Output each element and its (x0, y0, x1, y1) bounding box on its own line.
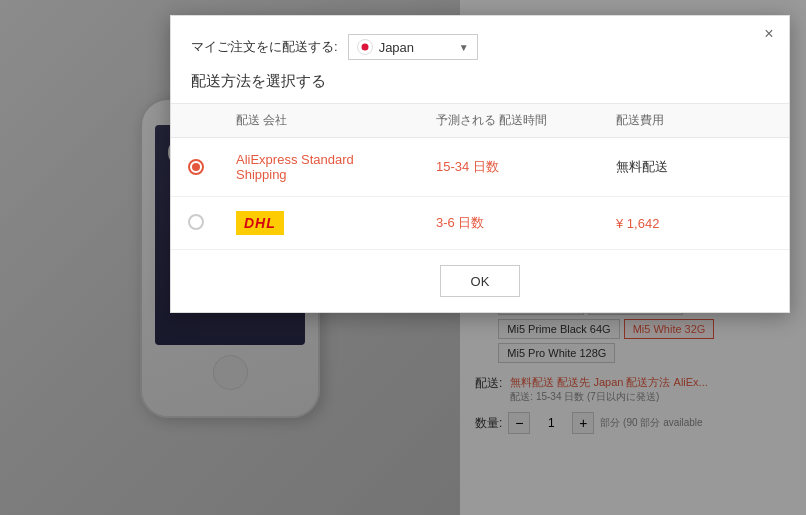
carrier-cell-aliexpress: AliExpress Standard Shipping (221, 138, 421, 197)
col-header-time: 予測される 配送時間 (421, 104, 601, 138)
cost-aliexpress: 無料配送 (616, 159, 668, 174)
delivery-time-aliexpress: 15-34 日数 (436, 159, 499, 174)
country-name: Japan (379, 40, 414, 55)
radio-dhl[interactable] (188, 214, 204, 230)
table-header-row: 配送 会社 予測される 配送時間 配送費用 (171, 104, 789, 138)
carrier-cell-dhl: DHL (221, 197, 421, 250)
radio-aliexpress[interactable] (188, 159, 204, 175)
radio-cell-dhl[interactable] (171, 197, 221, 250)
shipping-row-aliexpress: AliExpress Standard Shipping 15-34 日数 無料… (171, 138, 789, 197)
time-cell-dhl: 3-6 日数 (421, 197, 601, 250)
dialog-header-label: マイご注文をに配送する: (191, 38, 338, 56)
close-button[interactable]: × (759, 24, 779, 44)
country-selector[interactable]: Japan ▼ (348, 34, 478, 60)
shipping-dialog: × マイご注文をに配送する: Japan ▼ 配送方法を選択する 配送 会社 予… (170, 15, 790, 313)
radio-cell-aliexpress[interactable] (171, 138, 221, 197)
dhl-logo: DHL (236, 211, 284, 235)
col-header-cost: 配送費用 (601, 104, 789, 138)
dialog-footer: OK (171, 250, 789, 312)
shipping-row-dhl: DHL 3-6 日数 ¥ 1,642 (171, 197, 789, 250)
cost-cell-aliexpress: 無料配送 (601, 138, 789, 197)
shipping-table: 配送 会社 予測される 配送時間 配送費用 AliExpress Standar… (171, 103, 789, 250)
delivery-time-dhl: 3-6 日数 (436, 215, 484, 230)
japan-flag-icon (357, 39, 373, 55)
col-header-carrier: 配送 会社 (221, 104, 421, 138)
col-header-select (171, 104, 221, 138)
dialog-title: 配送方法を選択する (171, 72, 789, 103)
time-cell-aliexpress: 15-34 日数 (421, 138, 601, 197)
carrier-name-aliexpress: AliExpress Standard Shipping (236, 152, 354, 182)
dialog-header: マイご注文をに配送する: Japan ▼ (171, 16, 789, 72)
ok-button[interactable]: OK (440, 265, 520, 297)
cost-dhl: ¥ 1,642 (616, 216, 659, 231)
cost-cell-dhl: ¥ 1,642 (601, 197, 789, 250)
chevron-down-icon: ▼ (459, 42, 469, 53)
